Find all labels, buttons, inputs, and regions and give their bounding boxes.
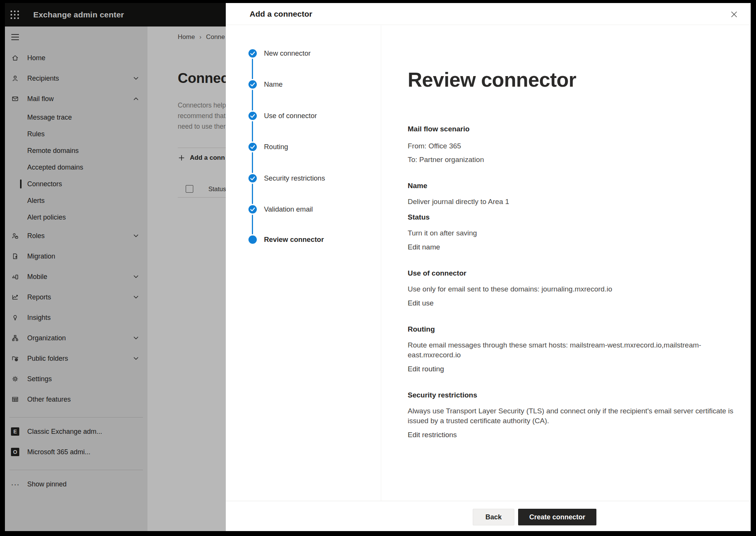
section-heading: Routing (408, 325, 734, 334)
wizard-step-name[interactable]: Name (248, 80, 283, 89)
create-connector-button[interactable]: Create connector (518, 509, 596, 525)
section-name: Name Deliver journal directly to Area 1 … (408, 181, 734, 252)
step-connector-line (252, 215, 253, 234)
step-connector-line (252, 152, 253, 173)
step-connector-line (252, 59, 253, 79)
use-value: Use only for email sent to these domains… (408, 284, 734, 294)
step-completed-check-icon (248, 143, 257, 151)
section-use-of-connector: Use of connector Use only for email sent… (408, 269, 734, 308)
section-security-restrictions: Security restrictions Always use Transpo… (408, 391, 734, 440)
review-heading: Review connector (408, 67, 751, 93)
step-connector-line (252, 184, 253, 204)
status-subheading: Status (408, 213, 734, 222)
routing-value: Route email messages through these smart… (408, 340, 734, 360)
add-connector-panel: Add a connector New connector (226, 3, 751, 531)
app-window: Exchange admin center Home Recipients (5, 3, 751, 531)
step-connector-line (252, 121, 253, 142)
step-current-icon (248, 235, 257, 244)
edit-restrictions-link[interactable]: Edit restrictions (408, 430, 457, 440)
section-heading: Mail flow scenario (408, 125, 734, 134)
wizard-step-security-restrictions[interactable]: Security restrictions (248, 174, 325, 182)
section-heading: Name (408, 181, 734, 190)
section-heading: Security restrictions (408, 391, 734, 400)
security-value: Always use Transport Layer Security (TLS… (408, 406, 734, 426)
panel-title: Add a connector (250, 9, 312, 19)
mail-flow-from: From: Office 365 (408, 141, 734, 151)
name-value: Deliver journal directly to Area 1 (408, 197, 734, 207)
close-button[interactable] (730, 10, 739, 19)
wizard-step-routing[interactable]: Routing (248, 143, 288, 151)
back-button[interactable]: Back (473, 509, 514, 525)
section-mail-flow-scenario: Mail flow scenario From: Office 365 To: … (408, 125, 734, 165)
edit-use-link[interactable]: Edit use (408, 298, 434, 308)
step-completed-check-icon (248, 80, 257, 89)
step-completed-check-icon (248, 49, 257, 58)
section-routing: Routing Route email messages through the… (408, 325, 734, 374)
wizard-step-use-of-connector[interactable]: Use of connector (248, 112, 317, 120)
close-icon (730, 10, 738, 19)
edit-routing-link[interactable]: Edit routing (408, 364, 444, 374)
step-completed-check-icon (248, 112, 257, 120)
wizard-step-review-connector[interactable]: Review connector (248, 235, 324, 244)
panel-header: Add a connector (226, 3, 751, 25)
status-value: Turn it on after saving (408, 228, 734, 238)
wizard-step-new-connector[interactable]: New connector (248, 49, 310, 58)
review-content: Review connector Mail flow scenario From… (381, 25, 751, 501)
panel-footer: Back Create connector (226, 501, 751, 531)
wizard-step-validation-email[interactable]: Validation email (248, 205, 313, 213)
step-connector-line (252, 90, 253, 111)
mail-flow-to: To: Partner organization (408, 155, 734, 165)
step-completed-check-icon (248, 174, 257, 182)
edit-name-link[interactable]: Edit name (408, 242, 440, 252)
step-completed-check-icon (248, 205, 257, 213)
section-heading: Use of connector (408, 269, 734, 278)
wizard-steps: New connector Name Use of connector (226, 25, 381, 501)
